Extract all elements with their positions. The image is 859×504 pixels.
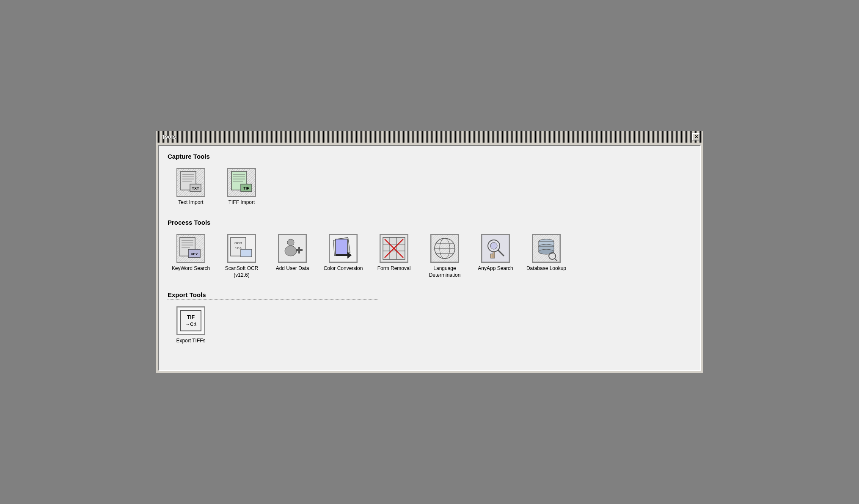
tool-add-user-data[interactable]: Add User Data [269, 234, 316, 272]
tiff-import-icon: TIF [227, 168, 256, 197]
svg-point-63 [539, 249, 554, 254]
process-tools-section: Process Tools [168, 219, 691, 278]
export-tools-header: Export Tools [168, 291, 691, 298]
svg-point-56 [490, 242, 497, 249]
capture-tools-header: Capture Tools [168, 153, 691, 160]
scansoft-ocr-icon: OCR 12.6 [227, 234, 256, 263]
process-divider [168, 227, 379, 227]
tiff-import-svg: TIF [228, 169, 255, 196]
svg-point-31 [285, 246, 297, 256]
tool-anyapp-search[interactable]: AnyApp Search [472, 234, 519, 272]
svg-text:→C:\: →C:\ [185, 322, 196, 327]
tool-tiff-import[interactable]: TIF TIFF Import [218, 168, 265, 206]
window-title: Tools [159, 133, 179, 141]
svg-rect-37 [336, 239, 347, 254]
export-tools-section: Export Tools TIF →C:\ Export TIFFs [168, 291, 691, 344]
window-body: Capture Tools [158, 145, 701, 370]
text-import-svg: TXT [177, 169, 204, 196]
capture-tools-row: TXT Text Import [168, 168, 691, 206]
tool-scansoft-ocr[interactable]: OCR 12.6 ScanSoft OCR(v12.6) [218, 234, 265, 278]
capture-tools-section: Capture Tools [168, 153, 691, 206]
svg-point-30 [287, 239, 294, 246]
anyapp-search-icon [481, 234, 510, 263]
database-lookup-icon [532, 234, 561, 263]
svg-text:TXT: TXT [192, 186, 200, 190]
keyword-search-label: KeyWord Search [172, 265, 210, 272]
capture-divider [168, 161, 379, 161]
database-lookup-label: Database Lookup [526, 265, 566, 272]
language-determination-label: Language Determination [421, 265, 468, 278]
process-tools-row: KEY KeyWord Search OCR 12.6 [168, 234, 691, 278]
svg-text:TIF: TIF [243, 186, 249, 190]
svg-rect-33 [298, 247, 300, 253]
svg-rect-67 [181, 311, 201, 331]
tool-keyword-search[interactable]: KEY KeyWord Search [168, 234, 214, 272]
export-tools-row: TIF →C:\ Export TIFFs [168, 306, 691, 344]
tool-export-tiffs[interactable]: TIF →C:\ Export TIFFs [168, 306, 214, 344]
svg-text:KEY: KEY [191, 252, 198, 256]
color-conversion-label: Color Conversion [324, 265, 363, 272]
form-removal-label: Form Removal [377, 265, 411, 272]
tools-window: Tools ✕ Capture Tools [154, 129, 705, 374]
add-user-data-icon [278, 234, 307, 263]
svg-rect-28 [241, 249, 252, 257]
language-determination-icon [430, 234, 459, 263]
tiff-import-label: TIFF Import [229, 199, 255, 206]
export-divider [168, 299, 379, 300]
svg-rect-39 [336, 254, 347, 256]
form-removal-icon [380, 234, 408, 263]
color-conversion-icon [329, 234, 358, 263]
export-tiffs-label: Export TIFFs [176, 338, 205, 344]
anyapp-search-label: AnyApp Search [478, 265, 513, 272]
text-import-icon: TXT [176, 168, 205, 197]
tool-text-import[interactable]: TXT Text Import [168, 168, 214, 206]
tool-language-determination[interactable]: Language Determination [421, 234, 468, 278]
tool-form-removal[interactable]: Form Removal [371, 234, 417, 272]
svg-text:TIF: TIF [187, 314, 195, 320]
title-bar: Tools ✕ [156, 131, 703, 143]
close-button[interactable]: ✕ [692, 133, 700, 140]
text-import-label: Text Import [178, 199, 203, 206]
svg-text:OCR: OCR [234, 241, 242, 245]
keyword-search-icon: KEY [176, 234, 205, 263]
scansoft-ocr-label: ScanSoft OCR(v12.6) [225, 265, 259, 278]
process-tools-header: Process Tools [168, 219, 691, 226]
add-user-data-label: Add User Data [276, 265, 309, 272]
tool-color-conversion[interactable]: Color Conversion [320, 234, 366, 272]
export-tiffs-icon: TIF →C:\ [176, 306, 205, 335]
tool-database-lookup[interactable]: Database Lookup [523, 234, 570, 272]
